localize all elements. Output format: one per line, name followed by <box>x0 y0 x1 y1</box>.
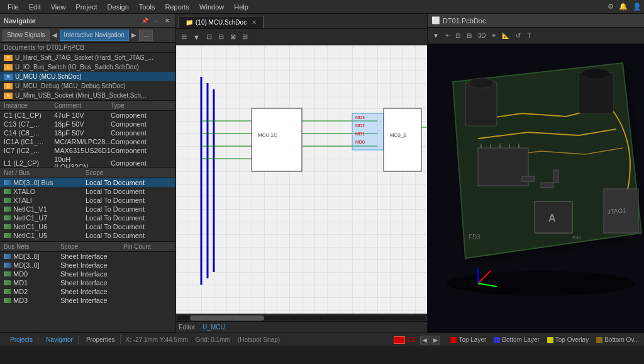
instance-row-1[interactable]: C1 (C1_CP) 47uF 10V Component <box>0 111 175 120</box>
tab-properties[interactable]: Properties <box>81 335 121 344</box>
menu-reports[interactable]: Reports <box>160 2 195 12</box>
instance-row-6[interactable]: L1 (L2_CP) 10uH (LOH32CN... Component <box>0 155 175 168</box>
minimize-btn[interactable]: ─ <box>153 17 160 25</box>
busnets-scroll[interactable]: MD[3..0] Sheet Interface MD[3..0] Sheet … <box>0 252 175 332</box>
busnet-row-2[interactable]: MD[3..0] Sheet Interface <box>0 261 175 270</box>
pcb-layer-btn[interactable]: ≡ <box>490 31 499 40</box>
fit-btn[interactable]: ⊟ <box>216 31 226 42</box>
pcb-zoom2-btn[interactable]: ⊟ <box>464 31 474 40</box>
busnet-scope-2: Sheet Interface <box>60 261 123 269</box>
pin-btn[interactable]: 📌 <box>140 17 150 25</box>
h-scroll-track[interactable] <box>177 316 426 321</box>
fd3-label: FD3 <box>469 234 480 241</box>
pcb-zoom-btn[interactable]: ⊡ <box>453 31 463 40</box>
top-layer-dot <box>450 337 457 343</box>
nets-scroll[interactable]: MD[3..0] Bus Local To Document XTALO Loc… <box>0 178 175 241</box>
board-shadow <box>447 271 635 296</box>
h-scrollbar[interactable] <box>176 314 427 321</box>
net-scope-7: Local To Document <box>86 232 161 239</box>
layer-next-btn[interactable]: ▶ <box>431 336 440 344</box>
instance-row-2[interactable]: C13 (C7_... 18pF 50V Component <box>0 120 175 128</box>
pcb-3d-btn[interactable]: 3D <box>475 31 489 40</box>
busnet-row-5[interactable]: MD2 Sheet Interface <box>0 287 175 296</box>
nav-more-btn[interactable]: ... <box>139 30 153 41</box>
net-row-5[interactable]: NetIC1_U7 Local To Document <box>0 213 175 222</box>
pcb-more-btn[interactable]: T <box>525 31 533 40</box>
pcb-toolbar: ▼ + ⊡ ⊟ 3D ≡ 📐 ↺ T <box>428 28 644 44</box>
chip-a-label: A <box>548 213 556 224</box>
menubar: File Edit View Project Design Tools Repo… <box>0 0 644 14</box>
menu-file[interactable]: File <box>3 2 24 12</box>
busnet-row-3[interactable]: MD0 Sheet Interface <box>0 270 175 278</box>
doc-name-1: U_Hard_Soft_JTAG_Socket (Hard_Soft_JTAG_… <box>15 54 153 61</box>
net-row-6[interactable]: NetIC1_U6 Local To Document <box>0 222 175 231</box>
instance-row-3[interactable]: C14 (C8_... 18pF 50V Component <box>0 128 175 137</box>
busnet-row-1[interactable]: MD[3..0] Sheet Interface <box>0 252 175 261</box>
pan-btn[interactable]: ⊠ <box>228 31 238 42</box>
net-row-1-selected[interactable]: MD[3..0] Bus Local To Document <box>0 178 175 187</box>
grid-btn[interactable]: ⊞ <box>240 31 250 42</box>
net-name-4: NetIC1_V1 <box>4 205 86 213</box>
menu-edit[interactable]: Edit <box>24 2 46 12</box>
net-name-7: NetIC1_U5 <box>4 232 86 239</box>
bell-icon[interactable]: 🔔 <box>619 3 628 11</box>
schematic-tabbar: 📁 (10) MCU.SchDoc ✕ <box>176 14 427 29</box>
busnet-row-4[interactable]: MD1 Sheet Interface <box>0 278 175 287</box>
h-scroll-thumb[interactable] <box>190 316 265 321</box>
doc-item-3-selected[interactable]: S U_MCU (MCU.SchDoc) <box>0 72 175 81</box>
schematic-tab-active[interactable]: 📁 (10) MCU.SchDoc ✕ <box>179 16 264 28</box>
net-row-4[interactable]: NetIC1_V1 Local To Document <box>0 205 175 213</box>
instances-scroll[interactable]: C1 (C1_CP) 47uF 10V Component C13 (C7_..… <box>0 111 175 168</box>
pcb-3d-view[interactable]: JTAG1 A FD3 R41 <box>428 44 644 333</box>
menu-window[interactable]: Window <box>194 2 229 12</box>
pcb-measure-btn[interactable]: 📐 <box>499 31 512 40</box>
pcb-add-btn[interactable]: + <box>443 31 452 40</box>
top-layer-label: Top Layer <box>458 336 486 343</box>
net-row-3[interactable]: XTALI Local To Document <box>0 196 175 205</box>
grid-display: Grid: 0.1mm <box>196 336 230 343</box>
doc-item-4[interactable]: S U_MCU_Debug (MCU_Debug.SchDoc) <box>0 81 175 91</box>
tab-close-btn[interactable]: ✕ <box>252 19 257 26</box>
net-row-8[interactable]: NetIC1_U2 Local To Document <box>0 240 175 241</box>
doc-icon-2: S <box>4 64 13 71</box>
doc-icon-5: S <box>4 93 13 99</box>
zoom-btn[interactable]: ⊡ <box>204 31 214 42</box>
inst-type-4: Component <box>111 138 167 145</box>
instance-row-4[interactable]: IC1A (IC1_... MC/ARM/LPC28... Component <box>0 137 175 146</box>
close-panel-btn[interactable]: ✕ <box>163 17 172 25</box>
doc-item-2[interactable]: S U_IO_Bus_Switch (IO_Bus_Switch.SchDoc) <box>0 62 175 72</box>
layer-prev-btn[interactable]: ◀ <box>420 336 430 344</box>
menu-view[interactable]: View <box>46 2 71 12</box>
net-name-6: NetIC1_U6 <box>4 223 86 230</box>
doc-name-4: U_MCU_Debug (MCU_Debug.SchDoc) <box>15 82 126 89</box>
net-row-2[interactable]: XTALO Local To Document <box>0 187 175 196</box>
bottom-labels: Editor U_MCU <box>176 321 427 333</box>
user-icon[interactable]: 👤 <box>633 3 641 11</box>
inst-name-4: IC1A (IC1_... <box>4 138 54 145</box>
tab-label: (10) MCU.SchDoc <box>196 19 247 26</box>
filter-btn[interactable]: ▼ <box>191 32 203 42</box>
gear-icon[interactable]: ⚙ <box>608 3 614 11</box>
component-label-2: MD3_B <box>390 132 407 138</box>
doc-item-5[interactable]: S U_Mini_USB_Socket (Mini_USB_Socket.Sch… <box>0 91 175 100</box>
busnet-scope-5: Sheet Interface <box>60 288 123 295</box>
pcb-rotate-btn[interactable]: ↺ <box>513 31 523 40</box>
menu-design[interactable]: Design <box>103 2 134 12</box>
doc-item[interactable]: S U_Hard_Soft_JTAG_Socket (Hard_Soft_JTA… <box>0 53 175 62</box>
place-btn[interactable]: ⊞ <box>179 31 189 42</box>
menu-project[interactable]: Project <box>70 2 102 12</box>
tab-navigator[interactable]: Navigator <box>41 335 79 344</box>
show-signals-btn[interactable]: Show Signals <box>3 30 50 41</box>
pcb-filter-btn[interactable]: ▼ <box>430 31 441 40</box>
col-net: Net / Bus <box>4 169 86 176</box>
busnet-row-6[interactable]: MD3 Sheet Interface <box>0 296 175 305</box>
menu-tools[interactable]: Tools <box>134 2 160 12</box>
menu-help[interactable]: Help <box>229 2 253 12</box>
signals-arrow[interactable]: ◀ <box>51 31 58 38</box>
interactive-nav-btn[interactable]: Interactive Navigation <box>60 30 129 41</box>
tab-projects[interactable]: Projects <box>5 335 38 344</box>
instance-row-5[interactable]: IC7 (IC2_... MAX6315US26D1 Component <box>0 146 175 155</box>
net-row-7[interactable]: NetIC1_U5 Local To Document <box>0 231 175 240</box>
schematic-canvas[interactable]: MCU.1C MD3_B MD3 MD2 MD1 MD0 <box>176 45 427 314</box>
nav-more-arrow[interactable]: ▶ <box>130 31 138 38</box>
